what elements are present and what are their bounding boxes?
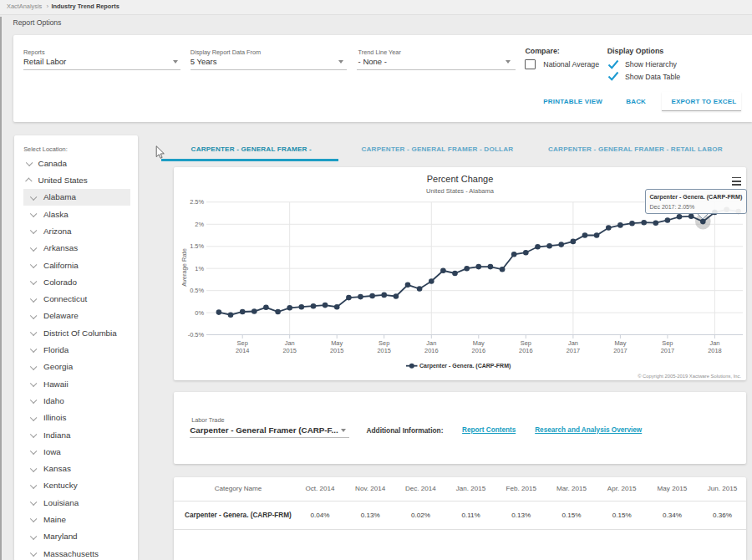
svg-text:2018: 2018 — [708, 347, 721, 354]
svg-text:May: May — [473, 339, 485, 347]
svg-text:Sep: Sep — [237, 339, 248, 347]
svg-text:0.5%: 0.5% — [190, 287, 204, 294]
svg-text:© Copyright 2005-2019 Xactware: © Copyright 2005-2019 Xactware Solutions… — [638, 374, 741, 379]
svg-text:2016: 2016 — [472, 347, 485, 354]
svg-text:2017: 2017 — [613, 347, 627, 354]
svg-text:2017: 2017 — [567, 347, 580, 354]
svg-text:Jan: Jan — [426, 339, 436, 347]
svg-text:Average Rate: Average Rate — [180, 248, 188, 287]
svg-text:Jan: Jan — [709, 339, 719, 347]
svg-text:Carpenter - Genera. (CARP-FRM): Carpenter - Genera. (CARP-FRM) — [419, 363, 511, 369]
svg-text:Sep: Sep — [521, 339, 531, 347]
svg-text:1.5%: 1.5% — [190, 242, 204, 250]
svg-text:2014: 2014 — [236, 347, 249, 354]
svg-text:Sep: Sep — [662, 339, 673, 347]
svg-text:2015: 2015 — [282, 347, 296, 354]
svg-text:Sep: Sep — [379, 339, 389, 347]
svg-text:-0.5%: -0.5% — [188, 331, 205, 339]
svg-text:Jan: Jan — [285, 339, 295, 347]
svg-text:May: May — [331, 339, 343, 347]
svg-text:2017: 2017 — [661, 347, 674, 354]
svg-text:May: May — [614, 339, 626, 347]
svg-text:Jan: Jan — [568, 339, 578, 347]
svg-text:2016: 2016 — [519, 347, 532, 354]
svg-text:2%: 2% — [195, 221, 204, 228]
svg-text:2015: 2015 — [377, 347, 390, 354]
svg-text:2015: 2015 — [330, 347, 343, 354]
svg-text:1%: 1% — [195, 265, 204, 272]
svg-text:2.5%: 2.5% — [190, 198, 204, 206]
svg-text:2016: 2016 — [424, 347, 438, 354]
svg-text:0%: 0% — [195, 309, 204, 317]
